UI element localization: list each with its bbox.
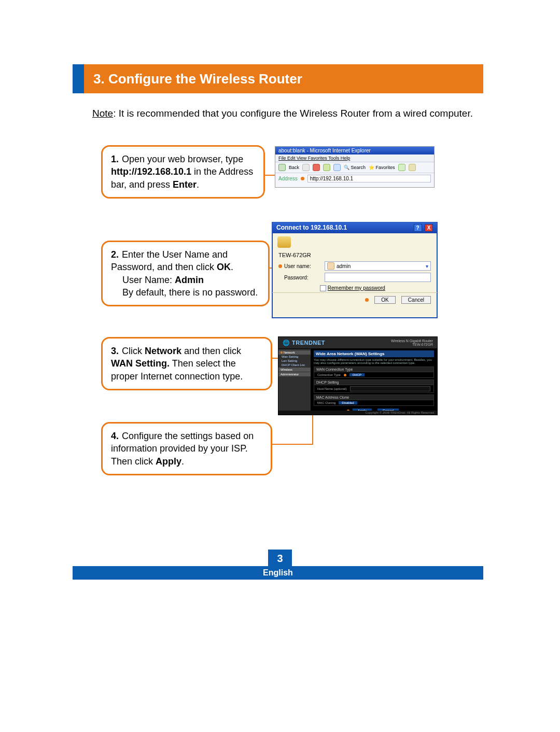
sidebar-item-dhcp[interactable]: DHCP Client List <box>278 363 311 367</box>
note-label: Note <box>92 108 113 119</box>
close-icon[interactable]: X <box>425 224 433 232</box>
section-heading: 3. Configure the Wireless Router <box>93 71 302 87</box>
step-bold: Enter <box>173 179 197 190</box>
address-bar: Address http://192.168.10.1 <box>275 173 434 184</box>
address-input[interactable]: http://192.168.10.1 <box>307 175 431 182</box>
step-bold: Admin <box>175 275 204 285</box>
step-1-callout: 1.Open your web browser, type http://192… <box>101 145 265 199</box>
window-buttons: ? X <box>413 224 433 232</box>
toolbar: Back 🔍 Search ⭐ Favorites <box>275 162 434 173</box>
username-label: User name: <box>284 263 325 269</box>
section-heading: WAN Connection Type <box>314 367 433 372</box>
remember-row: Remember my password <box>272 283 437 292</box>
highlight-dot <box>281 351 283 354</box>
menu-bar: File Edit View Favorites Tools Help <box>275 154 434 162</box>
password-row: Password: <box>272 272 437 283</box>
field-label: Connection Type <box>317 373 341 376</box>
field-label: Host Name (optional) <box>317 387 347 390</box>
ok-button[interactable]: OK <box>374 296 395 304</box>
address-label: Address <box>278 176 298 181</box>
admin-page-title: Wide Area Network (WAN) Settings <box>314 350 434 357</box>
step-number: 4. <box>111 431 119 441</box>
manual-page: 3. Configure the Wireless Router Note: I… <box>0 0 560 732</box>
password-input[interactable] <box>325 273 431 282</box>
step-text: . <box>231 262 233 272</box>
step-2-callout: 2.Enter the User Name and Password, and … <box>101 241 270 306</box>
highlight-dot <box>365 298 369 302</box>
back-icon[interactable] <box>278 164 286 171</box>
screenshot-browser: about:blank - Microsoft Internet Explore… <box>275 146 435 188</box>
help-icon[interactable]: ? <box>414 224 422 232</box>
step-text: and then click <box>181 346 241 356</box>
remember-checkbox[interactable] <box>320 285 326 291</box>
section-heading: DHCP Setting <box>314 380 433 385</box>
username-value: admin <box>337 263 351 269</box>
screenshot-login-dialog: Connect to 192.168.10.1 ? X TEW-672GR Us… <box>272 222 438 318</box>
window-title: about:blank - Microsoft Internet Explore… <box>275 147 434 154</box>
step-number: 1. <box>111 154 119 164</box>
note-paragraph: Note: It is recommended that you configu… <box>92 107 483 120</box>
highlight-dot <box>301 177 304 180</box>
model-label: Wireless N Gigabit RouterTEW-672GR <box>391 339 433 346</box>
step-text: By default, there is no password. <box>122 287 258 298</box>
step-text: Click <box>122 346 145 356</box>
favorites-button[interactable]: ⭐ Favorites <box>369 165 395 170</box>
home-icon[interactable] <box>333 164 341 171</box>
dialog-buttons: OK Cancel <box>272 292 437 308</box>
step-text: Enter the User Name and Password, and th… <box>111 249 228 272</box>
language-footer: English <box>73 566 483 580</box>
chevron-down-icon[interactable]: ▾ <box>426 263 428 269</box>
sidebar-category-admin[interactable]: Administrator <box>278 372 311 376</box>
step-3-callout: 3.Click Network and then click WAN Setti… <box>101 337 272 390</box>
history-icon[interactable] <box>398 164 405 171</box>
refresh-icon[interactable] <box>323 164 330 171</box>
back-button[interactable]: Back <box>289 165 299 170</box>
connection-type-select[interactable]: DHCP <box>349 373 365 376</box>
step-text: . <box>197 179 199 190</box>
username-row: User name: admin ▾ <box>272 260 437 272</box>
realm-label: TEW-672GR <box>272 250 437 260</box>
highlight-dot <box>278 264 282 268</box>
heading-accent <box>73 64 84 93</box>
section-heading: MAC Address Clone <box>314 395 433 400</box>
sidebar-item-wan[interactable]: Wan Setting <box>278 355 311 359</box>
stop-icon[interactable] <box>313 164 320 171</box>
step-bold: OK <box>217 262 231 272</box>
step-bold: WAN Setting. <box>111 358 170 369</box>
section-wan-type: WAN Connection Type Connection Type DHCP <box>314 367 434 378</box>
step-text: Open your web browser, type <box>122 154 243 164</box>
step-bold: Network <box>145 346 181 356</box>
field-label: MAC Cloning <box>317 401 335 404</box>
step-number: 3. <box>111 346 119 356</box>
sidebar-category-wireless[interactable]: Wireless <box>278 368 311 372</box>
password-label: Password: <box>284 275 325 280</box>
sidebar-item-lan[interactable]: Lan Setting <box>278 359 311 363</box>
hostname-input[interactable] <box>350 386 430 391</box>
forward-icon[interactable] <box>302 164 310 171</box>
search-button[interactable]: 🔍 Search <box>344 165 366 170</box>
user-icon <box>327 262 334 270</box>
brand-label: 🌐 TRENDNET <box>283 340 325 346</box>
mac-cloning-select[interactable]: Disabled <box>339 401 357 404</box>
step-bold: http://192.168.10.1 <box>111 166 191 177</box>
section-heading-bar: 3. Configure the Wireless Router <box>73 64 483 93</box>
page-number: 3 <box>268 550 292 567</box>
dialog-title: Connect to 192.168.10.1 <box>276 224 347 232</box>
highlight-dot <box>344 374 346 376</box>
step-4-callout: 4.Configure the settings based on inform… <box>101 422 272 475</box>
screenshot-router-admin: 🌐 TRENDNET Wireless N Gigabit RouterTEW-… <box>278 336 438 415</box>
username-input[interactable]: admin ▾ <box>325 261 431 271</box>
step-text: User Name: <box>122 275 175 285</box>
admin-header: 🌐 TRENDNET Wireless N Gigabit RouterTEW-… <box>278 337 437 349</box>
step-number: 2. <box>111 249 119 260</box>
cancel-button[interactable]: Cancel <box>401 296 431 304</box>
note-text: : It is recommended that you configure t… <box>113 108 473 119</box>
admin-page-desc: You may choose different connection type… <box>314 357 434 367</box>
sidebar-category-network[interactable]: Network <box>278 350 311 355</box>
admin-main: Wide Area Network (WAN) Settings You may… <box>311 349 437 414</box>
step-bold: Apply <box>156 456 181 467</box>
mail-icon[interactable] <box>409 164 416 171</box>
keys-icon <box>272 233 437 250</box>
step-text: . <box>181 456 184 467</box>
admin-copyright: Copyright © 2008 TRENDnet. All Rights Re… <box>278 411 437 415</box>
